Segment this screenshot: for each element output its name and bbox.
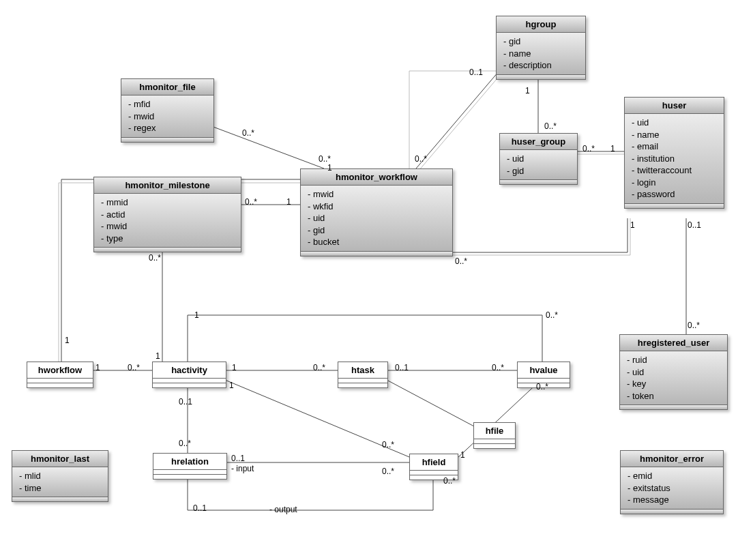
class-hactivity: hactivity [152, 362, 226, 388]
class-title: huser_group [500, 134, 577, 150]
class-hmonitor_error: hmonitor_error - emid - exitstatus - mes… [620, 450, 724, 514]
role-label: - input [231, 464, 254, 473]
card-label: 0..* [313, 363, 325, 372]
card-label: 1 [286, 197, 291, 207]
class-hgroup: hgroup - gid - name - description [496, 16, 586, 80]
card-label: 0..* [242, 128, 254, 138]
class-hregistered_user: hregistered_user - ruid - uid - key - to… [619, 334, 728, 410]
card-label: 0..* [443, 476, 456, 486]
card-label: 1 [525, 86, 530, 95]
card-label: 0..* [536, 382, 548, 392]
card-label: 0..1 [193, 503, 207, 513]
class-title: htask [338, 362, 387, 379]
card-label: 0..* [149, 253, 161, 263]
role-label: - output [269, 505, 297, 514]
card-label: 0..* [245, 197, 257, 207]
class-title: hmonitor_milestone [94, 177, 241, 194]
class-hmonitor_milestone: hmonitor_milestone - mmid - actid - mwid… [93, 177, 241, 252]
class-hmonitor_last: hmonitor_last - mlid - time [12, 450, 108, 502]
card-label: 0..* [415, 154, 427, 164]
card-label: 0..* [319, 154, 331, 164]
class-title: hfile [474, 423, 515, 439]
card-label: 0..* [128, 363, 140, 372]
card-label: 0..1 [395, 363, 409, 372]
card-label: 0..* [546, 310, 558, 320]
class-hfile: hfile [473, 422, 516, 449]
card-label: 0..* [582, 144, 595, 153]
card-label: 0..1 [179, 397, 192, 407]
class-title: hmonitor_error [621, 451, 723, 467]
class-hrelation: hrelation [153, 453, 227, 480]
card-label: 0..* [688, 321, 700, 330]
class-htask: htask [338, 362, 388, 388]
card-label: 1 [229, 381, 234, 390]
card-label: 0..1 [688, 220, 701, 230]
class-title: hmonitor_last [12, 451, 108, 467]
class-title: huser [625, 98, 724, 114]
card-label: 1 [194, 310, 199, 320]
card-label: 1 [156, 351, 160, 361]
card-label: 0..* [544, 121, 557, 131]
class-hmonitor_file: hmonitor_file - mfid - mwid - regex [121, 78, 214, 143]
card-label: 0..* [382, 467, 394, 476]
class-huser: huser - uid - name - email - institution… [624, 97, 724, 209]
class-title: hgroup [497, 16, 585, 33]
card-label: 0..1 [231, 454, 245, 463]
card-label: 1 [65, 336, 70, 345]
card-label: 1 [460, 450, 465, 460]
card-label: 1 [327, 163, 332, 173]
class-title: hmonitor_file [121, 79, 213, 95]
class-title: hactivity [153, 362, 226, 379]
card-label: 0..* [455, 256, 467, 266]
card-label: 1 [95, 363, 100, 372]
card-label: 1 [630, 220, 635, 230]
card-label: 0..* [179, 439, 191, 448]
class-title: hrelation [153, 454, 226, 470]
class-title: hvalue [518, 362, 570, 379]
class-hmonitor_workflow: hmonitor_workflow - mwid - wkfid - uid -… [300, 168, 453, 256]
card-label: 1 [232, 363, 237, 372]
class-hworkflow: hworkflow [27, 362, 93, 388]
class-title: hmonitor_workflow [301, 169, 452, 186]
card-label: 1 [610, 144, 615, 153]
class-huser_group: huser_group - uid - gid [499, 133, 578, 185]
class-title: hregistered_user [620, 335, 727, 351]
class-title: hworkflow [27, 362, 93, 379]
class-title: hfield [410, 454, 458, 471]
card-label: 0..* [382, 440, 394, 450]
card-label: 0..* [492, 363, 504, 372]
card-label: 0..1 [469, 68, 483, 77]
